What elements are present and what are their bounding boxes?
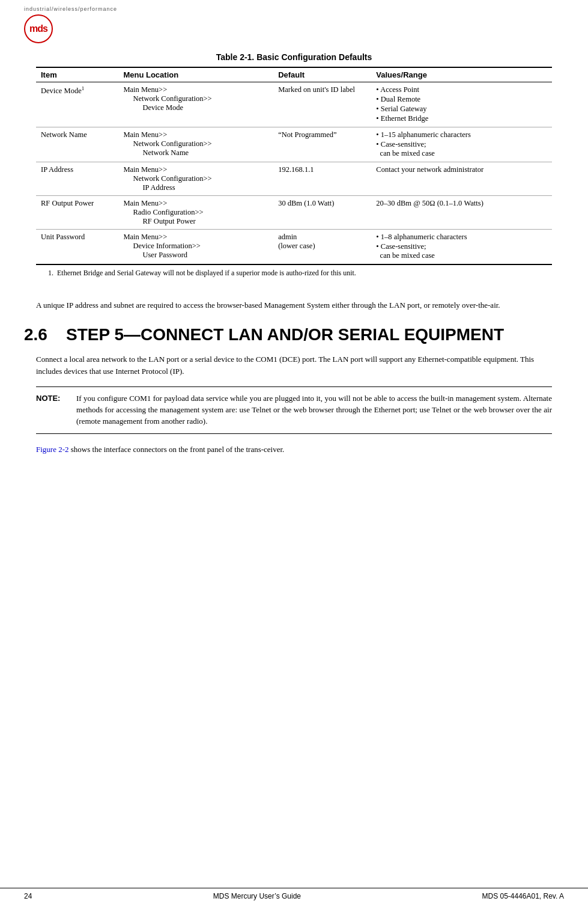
menu-indent: Network Configuration>> xyxy=(123,139,211,148)
body-paragraph-1: A unique IP address and subnet are requi… xyxy=(36,299,552,311)
list-item: Case-sensitive; can be mixed case xyxy=(376,140,547,158)
menu-indent-2: Device Mode xyxy=(123,103,183,112)
figure-paragraph: Figure 2-2 shows the interface connector… xyxy=(36,444,552,456)
cell-default: 30 dBm (1.0 Watt) xyxy=(273,196,371,230)
list-item: Dual Remote xyxy=(376,95,547,104)
table-row: Network Name Main Menu>> Network Configu… xyxy=(36,127,552,162)
list-item: Access Point xyxy=(376,85,547,94)
cell-item: Network Name xyxy=(36,127,118,162)
values-list: Access Point Dual Remote Serial Gateway … xyxy=(376,85,547,123)
values-list: 1–15 alphanumeric characters Case-sensit… xyxy=(376,130,547,158)
table-row: Device Mode1 Main Menu>> Network Configu… xyxy=(36,82,552,127)
cell-default: 192.168.1.1 xyxy=(273,162,371,196)
logo-icon: mds xyxy=(24,14,53,43)
menu-indent: Radio Configuration>> xyxy=(123,208,203,216)
menu-indent: Network Configuration>> xyxy=(123,94,211,103)
cell-menu: Main Menu>> Radio Configuration>> RF Out… xyxy=(118,196,273,230)
menu-indent: Network Configuration>> xyxy=(123,174,211,183)
page: industrial/wireless/performance mds Tabl… xyxy=(0,0,588,904)
table-footnote: 1. Ethernet Bridge and Serial Gateway wi… xyxy=(36,265,552,278)
table-row: IP Address Main Menu>> Network Configura… xyxy=(36,162,552,196)
menu-indent-2: Network Name xyxy=(123,148,189,157)
table-title: Table 2-1. Basic Configuration Defaults xyxy=(36,52,552,62)
footnote-text: 1. Ethernet Bridge and Serial Gateway wi… xyxy=(48,269,552,278)
config-table: Item Menu Location Default Values/Range … xyxy=(36,67,552,265)
cell-values: 1–8 alphanumeric characters Case-sensiti… xyxy=(371,230,552,265)
table-row: Unit Password Main Menu>> Device Informa… xyxy=(36,230,552,265)
section-title: STEP 5—CONNECT LAN AND/OR SERIAL EQUIPME… xyxy=(66,326,504,344)
table-row: RF Output Power Main Menu>> Radio Config… xyxy=(36,196,552,230)
list-item: Case-sensitive; can be mixed case xyxy=(376,242,547,260)
cell-menu: Main Menu>> Network Configuration>> Netw… xyxy=(118,127,273,162)
cell-menu: Main Menu>> Network Configuration>> IP A… xyxy=(118,162,273,196)
cell-values: Contact your network administrator xyxy=(371,162,552,196)
cell-values: 20–30 dBm @ 50Ω (0.1–1.0 Watts) xyxy=(371,196,552,230)
cell-item: Device Mode1 xyxy=(36,82,118,127)
header: industrial/wireless/performance mds xyxy=(0,0,588,46)
footer-title: MDS Mercury User’s Guide xyxy=(213,892,301,900)
col-header-values: Values/Range xyxy=(371,67,552,82)
cell-default: Marked on unit's ID label xyxy=(273,82,371,127)
cell-menu: Main Menu>> Device Information>> User Pa… xyxy=(118,230,273,265)
list-item: Serial Gateway xyxy=(376,105,547,114)
tagline: industrial/wireless/performance xyxy=(24,6,564,12)
logo-text: mds xyxy=(29,23,47,34)
superscript-1: 1 xyxy=(82,85,85,91)
list-item: Ethernet Bridge xyxy=(376,114,547,123)
cell-item: Unit Password xyxy=(36,230,118,265)
section-number: 2.6 xyxy=(24,326,54,344)
col-header-item: Item xyxy=(36,67,118,82)
col-header-menu: Menu Location xyxy=(118,67,273,82)
figure-paragraph-after: shows the interface connectors on the fr… xyxy=(69,445,285,454)
footer-page-number: 24 xyxy=(24,892,32,900)
footer: 24 MDS Mercury User’s Guide MDS 05-4446A… xyxy=(0,888,588,904)
section-heading: 2.6 STEP 5—CONNECT LAN AND/OR SERIAL EQU… xyxy=(0,326,588,344)
cell-values: Access Point Dual Remote Serial Gateway … xyxy=(371,82,552,127)
col-header-default: Default xyxy=(273,67,371,82)
table-header-row: Item Menu Location Default Values/Range xyxy=(36,67,552,82)
menu-indent-2: RF Output Power xyxy=(123,217,195,225)
cell-default: “Not Programmed” xyxy=(273,127,371,162)
menu-indent: Device Information>> xyxy=(123,242,200,250)
note-text: If you configure COM1 for payload data s… xyxy=(76,393,552,427)
cell-default: admin(lower case) xyxy=(273,230,371,265)
cell-menu: Main Menu>> Network Configuration>> Devi… xyxy=(118,82,273,127)
cell-values: 1–15 alphanumeric characters Case-sensit… xyxy=(371,127,552,162)
menu-indent-2: User Password xyxy=(123,251,187,259)
footer-doc-id: MDS 05-4446A01, Rev. A xyxy=(482,892,564,900)
main-content: Table 2-1. Basic Configuration Defaults … xyxy=(0,46,588,290)
section-paragraph: Connect a local area network to the LAN … xyxy=(36,353,552,377)
cell-item: RF Output Power xyxy=(36,196,118,230)
logo-container: mds xyxy=(24,14,564,43)
figure-ref-link[interactable]: Figure 2-2 xyxy=(36,445,69,454)
note-box: NOTE: If you configure COM1 for payload … xyxy=(36,386,552,434)
menu-indent-2: IP Address xyxy=(123,183,175,192)
list-item: 1–8 alphanumeric characters xyxy=(376,233,547,242)
values-list: 1–8 alphanumeric characters Case-sensiti… xyxy=(376,233,547,260)
cell-item: IP Address xyxy=(36,162,118,196)
note-label: NOTE: xyxy=(36,393,69,427)
list-item: 1–15 alphanumeric characters xyxy=(376,130,547,139)
